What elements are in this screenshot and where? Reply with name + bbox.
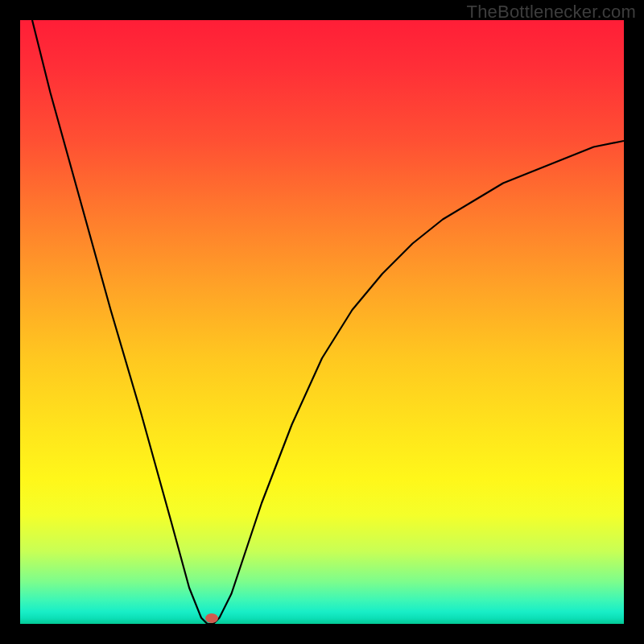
curve-svg — [20, 20, 624, 624]
watermark-text: TheBottlenecker.com — [467, 2, 636, 23]
chart-frame: TheBottlenecker.com — [0, 0, 644, 644]
bottleneck-curve-path — [32, 20, 624, 624]
plot-area — [20, 20, 624, 624]
optimal-point-marker — [205, 613, 218, 623]
